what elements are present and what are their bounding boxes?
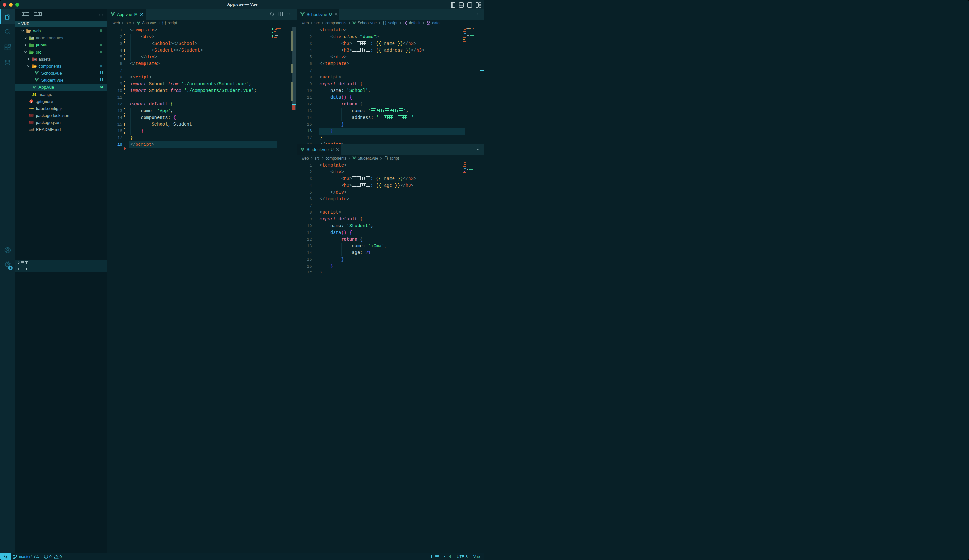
svg-text:BABEL: BABEL: [29, 108, 34, 110]
svg-text:npm: npm: [30, 122, 33, 123]
svg-text:npm: npm: [30, 115, 33, 116]
svg-text:</>: </>: [30, 52, 33, 54]
svg-text:JS: JS: [32, 93, 36, 96]
svg-text:JS: JS: [31, 38, 33, 39]
